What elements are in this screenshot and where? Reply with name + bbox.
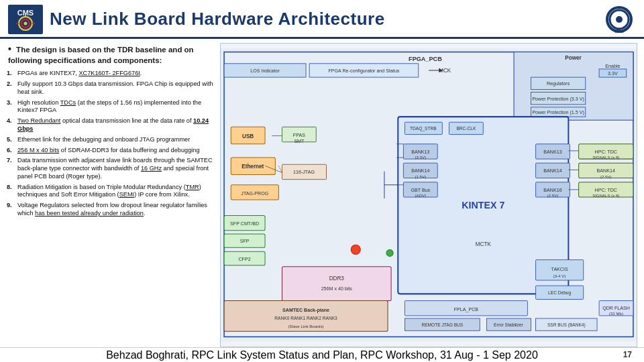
- item-text: Radiation Mitigation is based on Triple …: [17, 184, 215, 200]
- item-text: Fully support 10.3 Gbps data transmissio…: [17, 80, 215, 97]
- svg-text:TAKCIS: TAKCIS: [551, 267, 568, 272]
- svg-text:KINTEX 7: KINTEX 7: [462, 200, 504, 210]
- svg-text:FPGA Re-configurator and Statu: FPGA Re-configurator and Status: [328, 68, 399, 74]
- list-item: 8. Radiation Mitigation is based on Trip…: [7, 184, 215, 200]
- svg-text:Power Protection (1.5 V): Power Protection (1.5 V): [532, 110, 584, 115]
- svg-text:USB: USB: [242, 133, 254, 139]
- svg-text:BANK13: BANK13: [411, 149, 429, 155]
- page-number: 17: [623, 350, 632, 359]
- item-num: 1.: [7, 70, 17, 78]
- svg-text:SMT: SMT: [294, 139, 305, 144]
- intro-text: • The design is based on the TDR baselin…: [7, 43, 215, 66]
- architecture-diagram: FPGA_PCB Power Enable 3.3V Regulators Po…: [220, 43, 637, 347]
- svg-text:SAMTEC Back-plane: SAMTEC Back-plane: [282, 308, 329, 313]
- svg-text:SIGNALS (x 8): SIGNALS (x 8): [592, 193, 619, 198]
- svg-text:BANK13: BANK13: [543, 149, 561, 155]
- item-num: 8.: [7, 184, 17, 200]
- svg-point-105: [386, 249, 393, 256]
- svg-text:GBT Bus: GBT Bus: [411, 188, 430, 193]
- svg-text:BANK14: BANK14: [543, 168, 561, 174]
- svg-text:SSR BUS (BANK4): SSR BUS (BANK4): [547, 322, 586, 328]
- footer: Behzad Boghrati, RPC Link System Status …: [0, 347, 644, 362]
- list-item: 6. 256 M x 40 bits of SDRAM-DDR3 for dat…: [7, 147, 215, 155]
- item-text: 256 M x 40 bits of SDRAM-DDR3 for data b…: [17, 147, 215, 155]
- left-column: • The design is based on the TDR baselin…: [7, 43, 215, 347]
- svg-text:Error Stabilizer: Error Stabilizer: [494, 322, 523, 327]
- svg-text:Power Protection (3.3 V): Power Protection (3.3 V): [532, 97, 584, 102]
- svg-point-4: [24, 21, 28, 25]
- svg-text:REMOTE JTAG BUS: REMOTE JTAG BUS: [421, 322, 463, 327]
- item-text: Ethernet link for the debugging and onbo…: [17, 136, 215, 144]
- svg-text:SIGNALS (x 8): SIGNALS (x 8): [592, 155, 619, 160]
- item-text: FPGAs are KINTEX7, XC7K160T- 2FFG676I.: [17, 70, 215, 78]
- items-list: 1. FPGAs are KINTEX7, XC7K160T- 2FFG676I…: [7, 70, 215, 220]
- svg-text:BANK16: BANK16: [543, 188, 561, 193]
- item-text: High resolution TDCs (at the steps of 1.…: [17, 99, 215, 115]
- svg-text:HPC: TDC: HPC: TDC: [595, 149, 617, 155]
- item-num: 6.: [7, 147, 17, 155]
- svg-text:(ADV): (ADV): [415, 193, 427, 198]
- svg-text:256M x 40 bits: 256M x 40 bits: [321, 286, 353, 292]
- svg-text:Enable: Enable: [605, 64, 620, 69]
- svg-text:FPAS: FPAS: [293, 133, 305, 138]
- list-item: 9. Voltage Regulators selected from low …: [7, 202, 215, 218]
- svg-text:(2.5V): (2.5V): [547, 193, 559, 198]
- svg-rect-72: [282, 267, 391, 301]
- svg-text:RANK0 RANK1 RANK2 RANK3: RANK0 RANK1 RANK2 RANK3: [274, 316, 337, 320]
- svg-text:DDR3: DDR3: [329, 276, 345, 282]
- item-num: 9.: [7, 202, 17, 218]
- svg-text:(2.5V): (2.5V): [600, 174, 612, 179]
- svg-text:LOS Indicator: LOS Indicator: [250, 68, 280, 74]
- svg-text:3.3V: 3.3V: [608, 71, 618, 76]
- list-item: 7. Data transmission with adjacent slave…: [7, 157, 215, 180]
- svg-text:MCTK: MCTK: [476, 241, 492, 247]
- item-num: 2.: [7, 80, 17, 97]
- svg-text:LEC Debug: LEC Debug: [548, 290, 571, 296]
- svg-text:HPC: TDC: HPC: TDC: [595, 188, 617, 193]
- svg-text:TDAQ_STRB: TDAQ_STRB: [410, 126, 437, 131]
- svg-text:Regulators: Regulators: [547, 81, 570, 86]
- item-num: 3.: [7, 99, 17, 115]
- svg-text:Power: Power: [565, 55, 582, 61]
- svg-text:Ethernet: Ethernet: [241, 164, 264, 170]
- svg-text:(3.3V): (3.3V): [415, 155, 427, 160]
- svg-text:BRC-CLK: BRC-CLK: [456, 126, 476, 131]
- page: CMS New Link Board Hardware Architecture: [0, 0, 644, 362]
- item-text: Voltage Regulators selected from low dro…: [17, 202, 215, 218]
- list-item: 4. Two Redundant optical data transmissi…: [7, 117, 215, 133]
- item-num: 7.: [7, 157, 17, 180]
- footer-text: Behzad Boghrati, RPC Link System Status …: [106, 349, 538, 361]
- svg-text:FPLA_PCB: FPLA_PCB: [454, 307, 479, 312]
- svg-text:(32 Mb): (32 Mb): [609, 311, 623, 316]
- cms-logo: CMS: [8, 5, 43, 34]
- bullet-icon: •: [8, 44, 11, 54]
- svg-text:MCK: MCK: [439, 68, 451, 74]
- list-item: 2. Fully support 10.3 Gbps data transmis…: [7, 80, 215, 97]
- list-item: 5. Ethernet link for the debugging and o…: [7, 136, 215, 144]
- svg-point-104: [351, 245, 360, 254]
- list-item: 1. FPGAs are KINTEX7, XC7K160T- 2FFG676I…: [7, 70, 215, 78]
- svg-text:CFP2: CFP2: [238, 257, 250, 262]
- svg-text:(1.5V): (1.5V): [415, 174, 427, 179]
- item-text: Data transmission with adjacent slave li…: [17, 157, 215, 180]
- page-title: New Link Board Hardware Architecture: [50, 9, 602, 29]
- svg-text:(3-4 V): (3-4 V): [553, 274, 566, 278]
- svg-text:SFP: SFP: [240, 239, 250, 244]
- svg-text:SFP CMT/BD: SFP CMT/BD: [230, 221, 259, 227]
- svg-text:IPM: IPM: [615, 29, 624, 34]
- item-num: 5.: [7, 136, 17, 144]
- svg-text:BANK14: BANK14: [597, 168, 615, 174]
- svg-point-10: [616, 16, 623, 23]
- svg-text:BANK14: BANK14: [411, 168, 429, 174]
- svg-text:JTAG-PROG: JTAG-PROG: [241, 191, 268, 196]
- item-text: Two Redundant optical data transmission …: [17, 117, 215, 133]
- header: CMS New Link Board Hardware Architecture: [0, 0, 644, 39]
- item-num: 4.: [7, 117, 17, 133]
- list-item: 3. High resolution TDCs (at the steps of…: [7, 99, 215, 115]
- svg-text:(Slave Link Boards): (Slave Link Boards): [288, 324, 324, 328]
- ipm-logo: IPM: [602, 5, 636, 34]
- svg-text:FPGA_PCB: FPGA_PCB: [409, 56, 442, 62]
- svg-text:116-JTAG: 116-JTAG: [293, 170, 315, 175]
- content-area: • The design is based on the TDR baselin…: [0, 39, 644, 347]
- svg-text:QDR FLASH: QDR FLASH: [602, 306, 630, 311]
